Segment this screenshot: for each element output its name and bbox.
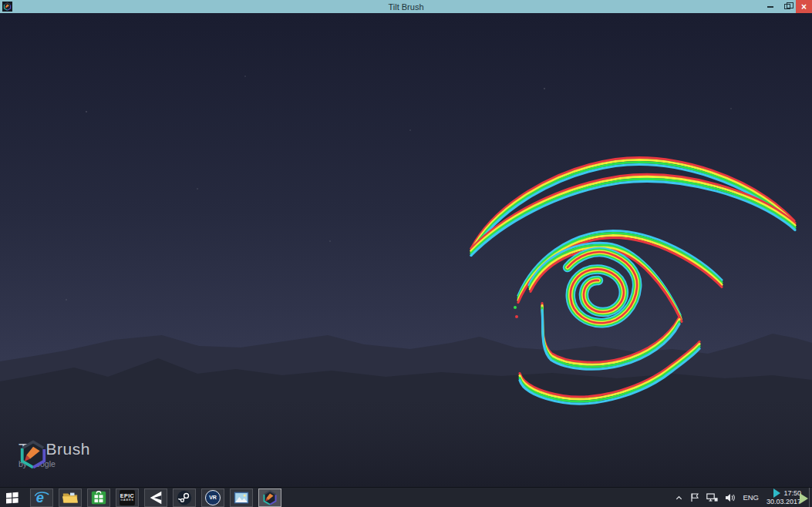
taskbar-item-unity[interactable]	[144, 489, 167, 507]
play-overlay-teal-icon	[773, 489, 780, 498]
desktop: Tilt Brush	[0, 0, 812, 507]
stroke-iris-spiral	[568, 252, 637, 323]
unity-icon	[147, 489, 164, 506]
network-icon[interactable]	[706, 493, 718, 502]
minimize-icon	[767, 6, 773, 8]
play-overlay-green-icon	[800, 493, 808, 504]
taskbar: e EPIC GAMES	[0, 487, 812, 507]
steam-icon	[176, 489, 193, 506]
photo-icon	[233, 489, 250, 506]
tilt-brush-watermark: Tilt Brush by Google	[19, 440, 90, 468]
taskbar-item-steam[interactable]	[173, 489, 196, 507]
ground	[0, 398, 812, 487]
stray-dot	[515, 315, 518, 318]
close-button[interactable]	[796, 0, 812, 13]
scene-canvas	[0, 13, 812, 487]
window-title: Tilt Brush	[0, 2, 812, 12]
tray-date: 30.03.2017	[766, 498, 801, 506]
tray-time: 17:50	[766, 489, 801, 498]
tilt-brush-viewport[interactable]: Tilt Brush by Google	[0, 13, 812, 487]
start-button[interactable]	[0, 488, 25, 507]
vr-icon: VR	[205, 490, 221, 505]
tilt-brush-icon	[262, 490, 278, 505]
restore-button[interactable]	[779, 0, 796, 13]
minimize-button[interactable]	[762, 0, 779, 13]
taskbar-item-photo-viewer[interactable]	[230, 489, 253, 507]
taskbar-item-internet-explorer[interactable]: e	[30, 489, 53, 507]
hidden-icons-chevron-icon[interactable]	[675, 494, 683, 502]
stroke-eyebrow-upper	[471, 158, 794, 256]
tilt-brush-logo-icon	[19, 440, 48, 469]
show-desktop-button[interactable]	[809, 488, 812, 507]
restore-icon	[784, 4, 790, 9]
store-icon	[90, 489, 107, 506]
taskbar-item-epic-games[interactable]: EPIC GAMES	[116, 489, 139, 507]
taskbar-item-tilt-brush[interactable]	[258, 489, 281, 507]
titlebar[interactable]: Tilt Brush	[0, 0, 812, 13]
epic-games-icon: EPIC GAMES	[120, 490, 135, 505]
system-tray: ENG 17:50 30.03.2017	[675, 489, 812, 506]
clock[interactable]: 17:50 30.03.2017	[766, 489, 801, 506]
volume-icon[interactable]	[725, 493, 736, 502]
action-center-flag-icon[interactable]	[690, 492, 699, 502]
taskbar-item-steamvr[interactable]: VR	[201, 489, 224, 507]
language-indicator[interactable]: ENG	[743, 493, 759, 502]
taskbar-item-windows-store[interactable]	[87, 489, 110, 507]
windows-logo-icon	[5, 491, 19, 505]
folder-icon	[62, 489, 79, 506]
internet-explorer-icon: e	[33, 489, 50, 506]
taskbar-item-file-explorer[interactable]	[59, 489, 82, 507]
stray-dot	[514, 306, 517, 309]
